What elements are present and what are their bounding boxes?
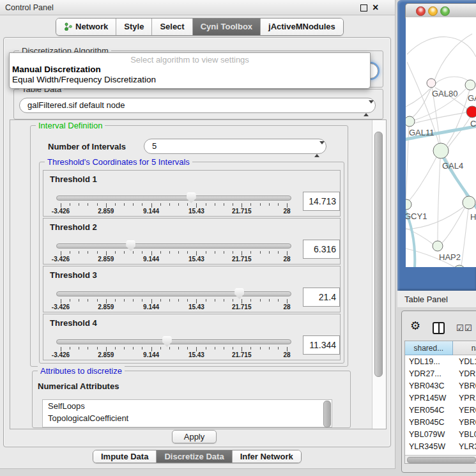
- axis-tick-label: 21.715: [232, 208, 252, 215]
- axis-tick-label: -3.426: [52, 256, 70, 263]
- checkbox-icon[interactable]: ☑: [456, 324, 464, 333]
- network-window-titlebar[interactable]: [405, 3, 476, 19]
- axis-tick: [97, 299, 98, 302]
- network-edge[interactable]: [407, 37, 476, 57]
- attributes-list-scrollbar[interactable]: [323, 401, 331, 427]
- table-row[interactable]: YDR27...YDR2: [405, 368, 476, 380]
- axis-tick-label: 2.859: [98, 303, 114, 311]
- threshold-value-field[interactable]: 11.344: [303, 335, 340, 355]
- bottom-tab-infer-network[interactable]: Infer Network: [233, 450, 301, 463]
- scrollbar-thumb[interactable]: [407, 457, 476, 463]
- axis-tick-label: 21.715: [232, 303, 252, 311]
- network-edge[interactable]: [435, 77, 469, 84]
- slider-track[interactable]: [56, 339, 291, 344]
- bottom-tab-impute-data[interactable]: Impute Data: [93, 450, 157, 463]
- axis-tick: [115, 347, 116, 349]
- network-node-hap2[interactable]: [433, 241, 443, 251]
- network-edge[interactable]: [408, 157, 436, 201]
- apply-button[interactable]: Apply: [172, 430, 217, 443]
- threshold-panel-4: Threshold 4-3.4262.8599.14415.4321.71528…: [43, 314, 341, 360]
- attribute-list-item[interactable]: SelfLoops: [43, 400, 332, 412]
- slider-track[interactable]: [56, 243, 291, 249]
- network-edge[interactable]: [438, 158, 440, 241]
- network-edge[interactable]: [442, 207, 465, 243]
- bottom-tab-discretize-data[interactable]: Discretize Data: [157, 450, 232, 463]
- network-canvas[interactable]: GAL80GACGAL11GAL4GCY1HHAP2: [406, 17, 476, 267]
- table-header-name[interactable]: na: [453, 341, 476, 355]
- axis-tick: [215, 299, 215, 302]
- attribute-list-item[interactable]: TopologicalCoefficient: [43, 412, 332, 424]
- close-traffic-light-icon[interactable]: [416, 6, 426, 16]
- network-edge[interactable]: [434, 34, 472, 82]
- network-edge[interactable]: [406, 228, 434, 245]
- slider-thumb-icon[interactable]: [126, 240, 135, 251]
- threshold-slider[interactable]: -3.4262.8599.14415.4321.71528: [56, 288, 291, 310]
- network-node-ga[interactable]: [465, 80, 475, 90]
- algorithm-option-equal-width-frequency-discretization[interactable]: Equal Width/Frequency Discretization: [12, 75, 156, 84]
- network-node-gcy1[interactable]: [406, 199, 411, 210]
- network-node-gal80[interactable]: [427, 79, 436, 88]
- minimize-traffic-light-icon[interactable]: [428, 6, 438, 16]
- tab-select[interactable]: Select: [152, 19, 192, 35]
- network-edge[interactable]: [461, 209, 468, 266]
- table-row[interactable]: YPR145WYPR1: [405, 392, 476, 404]
- axis-tick: [287, 347, 288, 351]
- axis-tick: [79, 299, 79, 302]
- threshold-value-field[interactable]: 14.713: [303, 192, 340, 211]
- table-row[interactable]: YER054CYER0: [405, 404, 476, 417]
- axis-tick: [242, 203, 242, 208]
- float-window-icon[interactable]: [360, 4, 367, 12]
- network-node-h[interactable]: [463, 196, 475, 209]
- tab-cyni-toolbox[interactable]: Cyni Toolbox: [193, 19, 261, 35]
- threshold-slider[interactable]: -3.4262.8599.14415.4321.71528: [56, 336, 291, 358]
- table-row[interactable]: YLR345WYLR3: [405, 441, 476, 453]
- numerical-attributes-list[interactable]: SelfLoopsTopologicalCoefficientBetweenne…: [42, 399, 332, 427]
- control-panel-titlebar[interactable]: Control Panel ×: [0, 0, 395, 15]
- table-cell-name: YDR2: [454, 368, 476, 380]
- axis-tick-label: 9.144: [143, 351, 159, 358]
- network-node[interactable]: [454, 265, 465, 267]
- tab-style[interactable]: Style: [116, 19, 152, 35]
- network-node-gal4[interactable]: [433, 143, 449, 158]
- axis-tick: [242, 347, 242, 351]
- settings-vertical-scrollbar[interactable]: [372, 120, 386, 429]
- threshold-value-field[interactable]: 21.4: [303, 288, 340, 307]
- network-node-gal11[interactable]: [406, 116, 415, 127]
- zoom-traffic-light-icon[interactable]: [440, 6, 450, 16]
- table-row[interactable]: YBR045CYBR0: [405, 417, 476, 429]
- number-of-intervals-spinner[interactable]: 5: [144, 139, 326, 154]
- slider-thumb-icon[interactable]: [162, 336, 172, 347]
- close-icon[interactable]: ×: [372, 1, 378, 13]
- table-horizontal-scrollbar[interactable]: [405, 455, 476, 463]
- axis-tick: [206, 299, 206, 302]
- threshold-value-field[interactable]: 6.316: [303, 240, 340, 259]
- network-node-c[interactable]: [466, 106, 476, 118]
- slider-track[interactable]: [56, 291, 291, 296]
- checkbox-icon[interactable]: ☑: [464, 324, 472, 333]
- tab-label: Network: [75, 22, 108, 31]
- attribute-list-item[interactable]: BetweennessCentrality: [43, 424, 332, 427]
- slider-track[interactable]: [56, 196, 291, 201]
- axis-tick: [151, 299, 152, 303]
- scrollbar-thumb[interactable]: [374, 132, 383, 377]
- axis-tick: [133, 347, 134, 349]
- gear-icon[interactable]: ⚙: [410, 320, 420, 332]
- axis-tick: [61, 251, 61, 256]
- threshold-label: Threshold 1: [50, 174, 97, 184]
- threshold-slider[interactable]: -3.4262.8599.14415.4321.71528: [56, 240, 291, 262]
- table-header-shared[interactable]: shared...: [405, 341, 453, 355]
- threshold-slider[interactable]: -3.4262.8599.14415.4321.71528: [56, 192, 291, 214]
- slider-thumb-icon[interactable]: [187, 192, 196, 203]
- columns-icon[interactable]: [433, 322, 445, 334]
- table-row[interactable]: YBR043CYBR0: [405, 380, 476, 392]
- algorithm-option-manual-discretization[interactable]: Manual Discretization: [12, 65, 101, 74]
- tab-network[interactable]: Network: [56, 19, 116, 35]
- table-row[interactable]: YBL079WYBL0: [405, 429, 476, 441]
- network-edge[interactable]: [411, 88, 431, 118]
- tab-jactivemnodules[interactable]: jActiveMNodules: [261, 19, 343, 35]
- slider-thumb-icon[interactable]: [234, 288, 244, 299]
- table-panel-titlebar[interactable]: Table Panel: [397, 291, 476, 308]
- table-row[interactable]: YDL19...YDL1: [405, 356, 476, 368]
- node-label: GAL11: [409, 128, 434, 137]
- table-data-combobox[interactable]: galFiltered.sif default node: [19, 98, 376, 113]
